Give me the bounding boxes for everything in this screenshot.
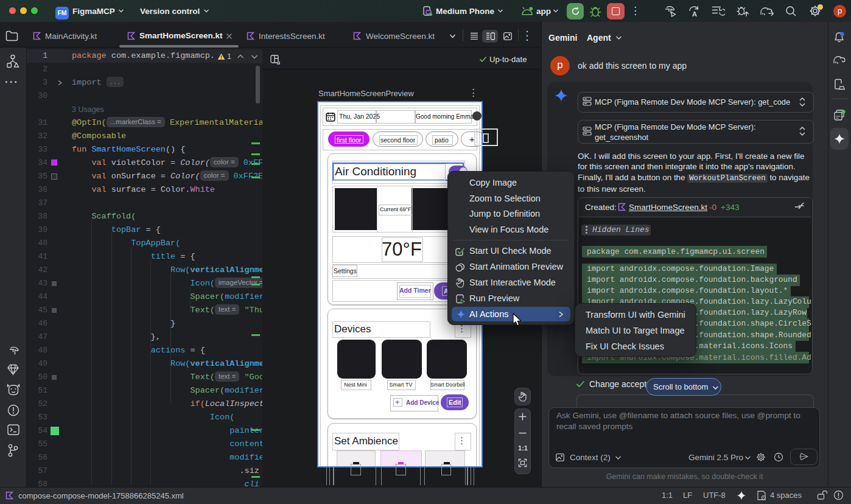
svg-text:A: A [692,10,697,17]
